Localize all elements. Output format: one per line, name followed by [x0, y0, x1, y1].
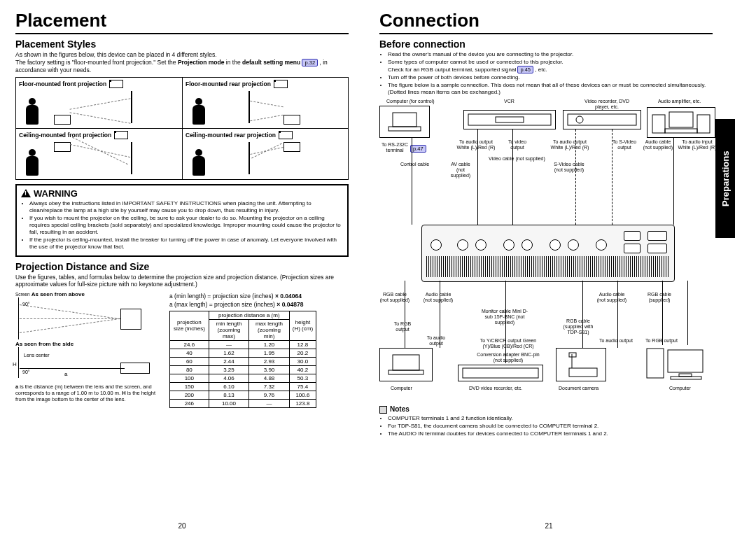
svg-rect-11	[388, 370, 424, 374]
svg-rect-18	[679, 374, 692, 377]
svg-rect-8	[697, 115, 710, 133]
projection-table: projection size (inches) projection dist…	[169, 311, 316, 408]
lbl-avcable: AV cable (not supplied)	[447, 162, 475, 178]
table-cell: 4.06	[209, 374, 249, 382]
svg-rect-16	[647, 349, 664, 378]
h-label: H	[13, 361, 17, 367]
note-item: The AUDIO IN terminal doubles for device…	[388, 430, 713, 437]
lbl-recorder: Video recorder, DVD player, etc.	[582, 99, 631, 109]
notes-list: COMPUTER terminals 1 and 2 function iden…	[379, 415, 713, 437]
formula-const: × 0.04064	[275, 293, 302, 300]
lbl-ctrlcable: Control cable	[400, 162, 429, 167]
note-item: For TDP-S81, the document camera should …	[388, 423, 713, 430]
laptop-icon	[379, 106, 430, 138]
svg-point-5	[576, 116, 583, 123]
table-cell: 246	[170, 399, 209, 407]
lbl-svideocable: S-Video cable (not supplied)	[552, 162, 587, 172]
svg-rect-0	[393, 113, 416, 127]
svg-rect-7	[652, 115, 665, 133]
before-item: Read the owner's manual of the device yo…	[388, 51, 713, 58]
before-item: Turn off the power of both devices befor…	[388, 74, 713, 81]
formula-min: a (min length) = projection size (inches…	[169, 293, 349, 300]
table-cell: 2.44	[209, 357, 249, 365]
mode-icon	[109, 80, 123, 88]
lbl-torgb: To RGB output	[389, 321, 416, 332]
page-number-left: 20	[0, 522, 364, 530]
tile-label: Ceiling-mounted front projection	[19, 132, 111, 139]
warning-list: Always obey the instructions listed in I…	[21, 200, 343, 251]
svg-rect-9	[665, 129, 697, 133]
page-right: Connection Before connection Read the ow…	[364, 0, 734, 534]
lbl-vcr: VCR	[504, 99, 514, 104]
page-left: Placement Placement Styles As shown in t…	[0, 0, 364, 534]
amp-icon	[647, 107, 715, 138]
lbl-monitorcable: Monitor cable Mini D-sub 15P-BNC (not su…	[480, 309, 529, 325]
formula-max: a (max length) = projection size (inches…	[169, 301, 349, 308]
lbl-toaudioout: To audio output	[423, 335, 449, 346]
placement-grid: Floor-mounted front projection Floor-mou…	[15, 77, 349, 180]
svg-rect-12	[463, 368, 538, 378]
table-cell: —	[209, 340, 249, 349]
lbl-amp: Audio amplifier, etc.	[658, 99, 701, 104]
table-cell: 60	[170, 357, 209, 365]
table-cell: 123.8	[289, 399, 316, 407]
table-cell: 4.88	[249, 374, 290, 382]
table-cell: 80	[170, 365, 209, 374]
warning-box: WARNING Always obey the instructions lis…	[15, 184, 349, 257]
tile-label: Floor-mounted rear projection	[186, 80, 271, 87]
page-ref-32: p.32	[302, 59, 318, 66]
before-item: The figure below is a sample connection.…	[388, 82, 713, 96]
lbl-dvdrec: DVD video recorder, etc.	[469, 386, 522, 391]
angle-label: 90°	[22, 370, 30, 374]
lbl-videocable: Video cable (not supplied)	[489, 156, 545, 162]
table-cell: 2.93	[249, 357, 290, 365]
vcr-icon	[463, 110, 556, 129]
table-cell: 9.76	[249, 391, 290, 399]
lbl-toaudioout3: To audio output	[599, 338, 633, 344]
table-cell: 40.2	[289, 365, 316, 374]
tile-floor-front: Floor-mounted front projection	[16, 78, 182, 128]
svg-rect-4	[568, 114, 636, 125]
table-cell: 3.25	[209, 365, 249, 374]
distance-data: a (min length) = projection size (inches…	[169, 291, 349, 408]
table-cell: —	[249, 399, 290, 407]
doccam-icon	[556, 348, 606, 381]
lens-center-label: Lens center	[24, 353, 50, 358]
th-max: max length (zooming min)	[249, 319, 290, 340]
svg-rect-2	[468, 114, 551, 125]
lbl-convadapter: Conversion adapter BNC-pin (not supplied…	[473, 352, 543, 363]
th-h: height (H) (cm)	[289, 311, 316, 340]
table-cell: 7.32	[249, 382, 290, 391]
svg-rect-17	[668, 350, 703, 372]
lbl-computer-b2: Computer	[669, 386, 691, 391]
lbl-doccam: Document camera	[559, 386, 598, 391]
side-tab-preparations: Preparations	[715, 119, 735, 238]
lbl-ycbcr: To Y/CB/CR output Green (Y)/Blue (CB)/Re…	[473, 338, 543, 349]
lbl-audioout2: To audio output White (L)/Red (R)	[550, 139, 589, 150]
table-cell: 100.6	[289, 391, 316, 399]
lbl-rgbs81: RGB cable (supplied with TDP-S81)	[559, 318, 598, 335]
page-ref-45: p.45	[517, 66, 533, 73]
table-cell: 10.00	[209, 399, 249, 407]
table-cell: 24.6	[170, 340, 209, 349]
formula-text: a (min length) = projection size (inches…	[169, 293, 275, 300]
svg-rect-19	[671, 377, 701, 379]
lbl-audiocable2: Audio cable (not supplied)	[423, 292, 454, 302]
intro-line1: As shown in the figures below, this devi…	[15, 51, 217, 58]
table-cell: 6.10	[209, 382, 249, 391]
table-cell: 30.0	[289, 357, 316, 365]
svg-rect-6	[669, 112, 693, 127]
svg-rect-3	[496, 117, 524, 122]
table-cell: 40	[170, 349, 209, 357]
table-cell: 1.62	[209, 349, 249, 357]
distance-figures: Screen As seen from above 90° As seen fr…	[15, 291, 162, 408]
check-text: Check for an RGB output terminal, suppor…	[388, 66, 517, 73]
lbl-torgbout2: To RGB output	[645, 338, 678, 344]
lbl-computer-b: Computer	[391, 386, 412, 391]
formula-text: a (max length) = projection size (inches…	[169, 301, 276, 308]
note-item: COMPUTER terminals 1 and 2 function iden…	[388, 415, 713, 422]
th-min: min length (zooming max)	[209, 319, 249, 340]
before-list: Read the owner's manual of the device yo…	[379, 51, 713, 96]
check-text2: , etc.	[535, 66, 547, 73]
styles-intro: As shown in the figures below, this devi…	[15, 51, 349, 74]
